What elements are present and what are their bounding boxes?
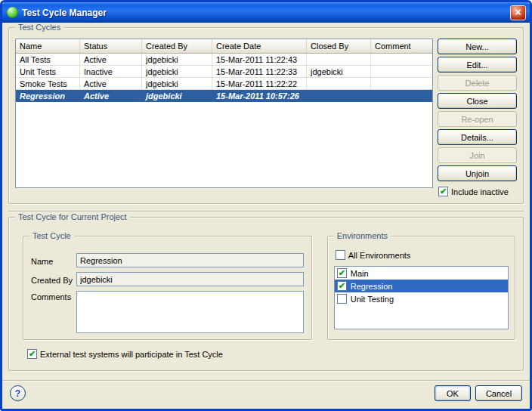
test-cycles-table[interactable]: Name Status Created By Create Date Close… [15, 39, 433, 188]
test-cycle-subgroup: Test Cycle Name Created By Comments [23, 236, 312, 340]
ok-button[interactable]: OK [435, 385, 471, 401]
environment-item[interactable]: ✔ Regression [335, 280, 508, 292]
cell-created-by: jdgebicki [142, 90, 212, 101]
delete-button[interactable]: Delete [438, 75, 517, 91]
external-test-systems-label: External test systems will participate i… [40, 350, 223, 359]
cell-create-date: 15-Mar-2011 11:22:22 [212, 78, 307, 89]
cell-closed-by [307, 90, 371, 101]
include-inactive-checkbox[interactable]: ✔ Include inactive [438, 187, 517, 196]
table-empty-area [16, 102, 432, 187]
created-by-label: Created By [31, 274, 76, 285]
environment-label: Unit Testing [351, 295, 394, 304]
close-cycle-button[interactable]: Close [438, 93, 517, 109]
checkbox-icon[interactable]: ✔ [27, 349, 37, 359]
column-header-create-date[interactable]: Create Date [212, 39, 307, 53]
cell-status: Inactive [80, 66, 142, 77]
current-project-group-title: Test Cycle for Current Project [15, 212, 130, 221]
help-icon: ? [15, 388, 20, 399]
cell-name: Smoke Tests [16, 78, 80, 89]
table-row[interactable]: Regression Active jdgebicki 15-Mar-2011 … [16, 90, 432, 102]
cancel-button[interactable]: Cancel [475, 385, 522, 401]
environment-label: Regression [351, 282, 393, 291]
new-button[interactable]: New... [438, 39, 517, 54]
cell-status: Active [80, 90, 142, 101]
cell-comment [371, 66, 432, 77]
test-cycle-subgroup-title: Test Cycle [29, 231, 74, 240]
unjoin-button[interactable]: Unjoin [438, 165, 517, 181]
environment-label: Main [351, 269, 369, 278]
environments-subgroup-title: Environments [334, 231, 391, 240]
cell-name: Unit Tests [16, 66, 80, 77]
details-button[interactable]: Details... [438, 129, 517, 145]
current-project-group: Test Cycle for Current Project Test Cycl… [8, 217, 524, 371]
table-row[interactable]: All Tests Active jdgebicki 15-Mar-2011 1… [16, 54, 432, 66]
cell-closed-by [307, 78, 371, 89]
environment-item[interactable]: ✔ Unit Testing [335, 292, 508, 305]
test-cycles-group: Test Cycles Name Status Created By Creat… [8, 27, 524, 204]
edit-button[interactable]: Edit... [438, 57, 517, 73]
close-icon: × [515, 7, 521, 17]
all-environments-label: All Environments [348, 251, 411, 260]
checkbox-icon[interactable]: ✔ [438, 187, 448, 196]
test-cycles-group-title: Test Cycles [15, 23, 63, 32]
cell-comment [371, 90, 432, 101]
column-header-created-by[interactable]: Created By [142, 39, 212, 53]
close-button[interactable]: × [510, 5, 526, 20]
window-title: Test Cycle Manager [22, 8, 107, 18]
cell-status: Active [80, 54, 142, 65]
cell-created-by: jdgebicki [142, 54, 212, 65]
include-inactive-label: Include inactive [451, 187, 509, 196]
cell-create-date: 15-Mar-2011 11:22:43 [212, 54, 307, 65]
cell-created-by: jdgebicki [142, 78, 212, 89]
checkbox-icon[interactable]: ✔ [337, 294, 347, 304]
cell-status: Active [80, 78, 142, 89]
cell-create-date: 15-Mar-2011 10:57:26 [212, 90, 307, 101]
external-test-systems-checkbox[interactable]: ✔ External test systems will participate… [27, 349, 515, 359]
column-header-status[interactable]: Status [80, 39, 142, 53]
checkbox-icon[interactable]: ✔ [336, 250, 345, 260]
reopen-button[interactable]: Re-open [438, 111, 517, 127]
help-button[interactable]: ? [10, 385, 26, 401]
dialog-content: Test Cycles Name Status Created By Creat… [2, 23, 530, 380]
app-icon [7, 7, 18, 18]
cell-name: All Tests [16, 54, 80, 65]
checkbox-icon[interactable]: ✔ [337, 281, 347, 291]
all-environments-checkbox[interactable]: ✔ All Environments [336, 250, 509, 260]
created-by-field[interactable] [76, 272, 304, 286]
name-field[interactable] [76, 253, 304, 267]
cell-closed-by [307, 54, 371, 65]
table-header[interactable]: Name Status Created By Create Date Close… [16, 39, 432, 54]
environments-list[interactable]: ✔ Main ✔ Regression ✔ Unit Testing [334, 266, 509, 329]
column-header-closed-by[interactable]: Closed By [307, 39, 371, 53]
join-button[interactable]: Join [438, 147, 517, 163]
cell-comment [371, 78, 432, 89]
cell-name: Regression [16, 90, 80, 101]
name-label: Name [31, 255, 76, 266]
table-row[interactable]: Smoke Tests Active jdgebicki 15-Mar-2011… [16, 78, 432, 90]
environments-subgroup: Environments ✔ All Environments ✔ Main ✔… [327, 236, 515, 340]
table-row[interactable]: Unit Tests Inactive jdgebicki 15-Mar-201… [16, 66, 432, 78]
dialog-footer: ? OK Cancel [2, 380, 530, 409]
column-header-comment[interactable]: Comment [371, 39, 432, 53]
cell-created-by: jdgebicki [142, 66, 212, 77]
test-cycle-manager-dialog: Test Cycle Manager × Test Cycles Name St… [0, 0, 532, 411]
cell-closed-by: jdgebicki [307, 66, 371, 77]
comments-label: Comments [31, 291, 76, 301]
comments-field[interactable] [76, 291, 304, 333]
environment-item[interactable]: ✔ Main [335, 267, 508, 280]
cell-create-date: 15-Mar-2011 11:22:33 [212, 66, 307, 77]
column-header-name[interactable]: Name [16, 39, 80, 53]
checkbox-icon[interactable]: ✔ [337, 268, 347, 278]
table-actions: New... Edit... Delete Close Re-open Deta… [438, 39, 517, 197]
title-bar[interactable]: Test Cycle Manager × [2, 2, 530, 23]
cell-comment [371, 54, 432, 65]
